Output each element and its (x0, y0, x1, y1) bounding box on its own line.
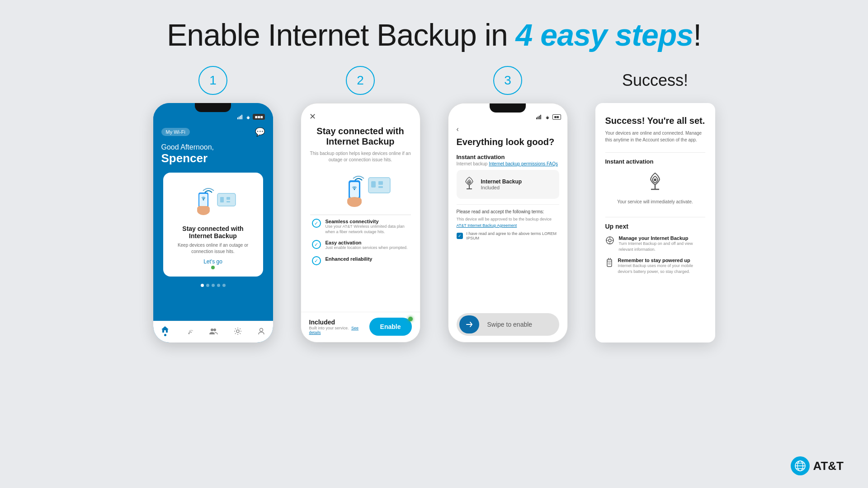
phone-3-notch (490, 103, 526, 113)
check-icon-2: ✓ (312, 240, 321, 249)
checkbox[interactable]: ✓ (457, 233, 463, 239)
lets-go-link[interactable]: Let's go (203, 258, 222, 265)
svg-rect-26 (347, 197, 362, 203)
your-service-text: Your service will immediately activate. (617, 199, 693, 204)
feature-3-text: Enhanced reliability (326, 256, 373, 262)
nav-settings[interactable] (234, 327, 242, 335)
green-glow (408, 317, 413, 321)
steps-container: 1 ■■■ My Wi-Fi 💬 Good Afternoon, Spe (120, 66, 748, 343)
card-desc: Keep devices online if an outage or conn… (170, 242, 256, 255)
swipe-text: Swipe to enable (487, 321, 533, 328)
bottom-nav-1 (153, 321, 273, 343)
enable-button[interactable]: Enable (369, 318, 412, 336)
check-icon-3: ✓ (312, 256, 321, 265)
svg-point-38 (609, 239, 611, 242)
instant-activation-title: Instant activation (605, 158, 705, 165)
step-2-phone: ✕ Stay connected with Internet Backup Th… (301, 103, 420, 343)
svg-rect-20 (378, 181, 383, 185)
top-bar-1: My Wi-Fi 💬 (153, 122, 273, 141)
svg-rect-45 (608, 262, 611, 265)
included-sub: Built into your service. See details (309, 326, 369, 335)
page-title: Enable Internet Backup in 4 easy steps! (167, 17, 701, 52)
nav-home[interactable] (161, 326, 169, 336)
att-text: AT&T (813, 459, 844, 473)
svg-point-16 (236, 330, 239, 333)
card-illustration (186, 180, 240, 221)
dot-3 (212, 284, 215, 287)
dot-4 (217, 284, 220, 287)
terms-section: Please read and accept the following ter… (457, 204, 559, 240)
nav-dot (164, 334, 166, 336)
feature-list: ✓ Seamless connectivity Use your AT&T Wi… (310, 219, 411, 271)
dot-5 (222, 284, 226, 287)
phone-notch (195, 103, 231, 112)
step-3-phone: ■■ ‹ Everything look good? Instant activ… (448, 103, 568, 343)
nav-people[interactable] (209, 328, 218, 334)
signal-icon-big (646, 170, 664, 196)
svg-rect-1 (239, 117, 240, 119)
back-button[interactable]: ‹ (448, 122, 567, 137)
permissions-faqs-link[interactable]: Internet backup permissions FAQs (489, 161, 558, 166)
nav-wifi[interactable] (185, 328, 193, 334)
activation-sub: Internet backup Internet backup permissi… (457, 161, 559, 166)
dot-2 (206, 284, 209, 287)
step-4-column: Success! Success! You're all set. Your d… (590, 66, 721, 343)
step-2-number: 2 (346, 66, 375, 95)
stay-text: Remember to stay powered up Internet Bac… (618, 258, 705, 274)
svg-rect-3 (241, 115, 242, 119)
close-button[interactable]: ✕ (309, 112, 316, 122)
feature-1: ✓ Seamless connectivity Use your AT&T Wi… (312, 219, 409, 235)
card-title: Stay connected with Internet Backup (170, 225, 256, 239)
activation-section: Instant activation Internet backup Inter… (457, 154, 559, 199)
backup-agreement-link[interactable]: AT&T Internet Backup Agreement (457, 223, 559, 228)
svg-point-24 (354, 189, 355, 190)
svg-point-13 (189, 333, 190, 334)
greeting-section: Good Afternoon, Spencer (153, 141, 273, 173)
step-2-column: 2 ✕ Stay connected with Internet Backup … (295, 66, 426, 343)
backup-signal-icon (463, 175, 476, 193)
svg-rect-21 (378, 186, 383, 188)
divider-1 (310, 215, 411, 215)
included-label: Included (309, 319, 369, 326)
svg-rect-0 (237, 117, 238, 119)
step-3-column: 3 ■■ ‹ Everything look good? Instant act… (442, 66, 573, 343)
svg-rect-19 (371, 181, 376, 188)
svg-rect-29 (539, 116, 540, 119)
check-icon-1: ✓ (312, 219, 321, 228)
stay-icon (605, 258, 613, 269)
svg-rect-6 (226, 197, 230, 200)
att-circle (791, 456, 810, 475)
green-dot (211, 266, 215, 269)
success-divider-1 (605, 152, 705, 153)
att-logo: AT&T (791, 456, 844, 475)
step2-illustration (333, 169, 387, 205)
success-divider-2 (605, 217, 705, 217)
svg-point-17 (260, 328, 263, 331)
step-1-phone: ■■■ My Wi-Fi 💬 Good Afternoon, Spencer (153, 103, 273, 343)
step2-title: Stay connected with Internet Backup (310, 126, 411, 147)
svg-rect-2 (240, 116, 241, 119)
step2-content: Stay connected with Internet Backup This… (301, 103, 420, 278)
up-next-stay: Remember to stay powered up Internet Bac… (605, 258, 705, 274)
svg-point-34 (654, 178, 656, 181)
svg-rect-5 (220, 197, 224, 202)
svg-rect-12 (197, 206, 210, 211)
step-1-column: 1 ■■■ My Wi-Fi 💬 Good Afternoon, Spe (147, 66, 278, 343)
step2-bottom-bar: Included Built into your service. See de… (301, 312, 420, 342)
svg-rect-30 (540, 115, 541, 119)
feature-1-text: Seamless connectivity Use your AT&T Wire… (326, 219, 409, 235)
feature-3: ✓ Enhanced reliability (312, 256, 409, 265)
svg-point-14 (211, 328, 213, 331)
svg-rect-28 (538, 117, 538, 119)
step3-title: Everything look good? (457, 137, 559, 147)
included-section: Included Built into your service. See de… (309, 319, 369, 335)
manage-text: Manage your Internet Backup Turn Interne… (619, 235, 705, 252)
backup-card-text: Internet Backup Included (481, 178, 522, 190)
dots-indicator (201, 284, 226, 287)
manage-icon (605, 236, 614, 247)
dot-1 (201, 284, 204, 287)
swipe-handle (459, 315, 479, 333)
swipe-bar[interactable]: Swipe to enable (457, 313, 559, 336)
feature-2-text: Easy activation Just enable location ser… (326, 240, 408, 251)
nav-account[interactable] (258, 328, 265, 335)
